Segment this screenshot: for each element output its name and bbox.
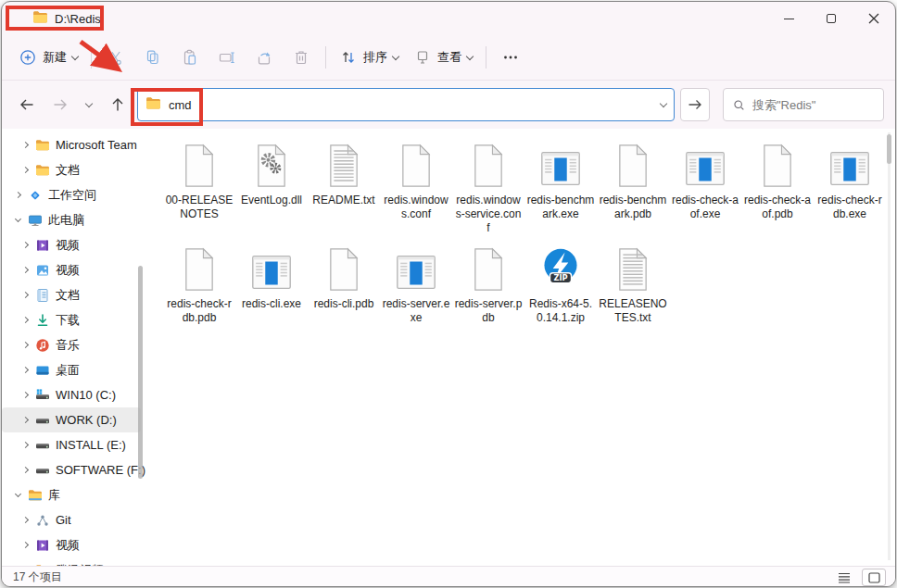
file-item[interactable]: redis.windows-service.conf: [452, 136, 524, 240]
copy-button[interactable]: [134, 41, 171, 74]
file-item[interactable]: redis-server.pdb: [452, 240, 524, 344]
more-options-button[interactable]: [492, 41, 529, 74]
details-view-icon: [838, 572, 851, 583]
sidebar-item-tencent-video[interactable]: 腾讯视频: [2, 557, 141, 566]
sidebar-item-drive-f[interactable]: SOFTWARE (F:): [2, 457, 141, 482]
dll-file-icon: [250, 138, 293, 190]
file-item[interactable]: redis-server.exe: [380, 240, 452, 344]
chevron-down-icon: [466, 52, 474, 59]
sort-button[interactable]: 排序: [332, 43, 406, 72]
sidebar-item-drive-e[interactable]: INSTALL (E:): [2, 432, 141, 457]
chevron-right-icon[interactable]: [19, 293, 32, 297]
large-icons-view-icon: [868, 572, 880, 583]
share-button[interactable]: [246, 41, 283, 74]
sidebar-item-desktop[interactable]: 桌面: [2, 357, 141, 382]
chevron-down-icon[interactable]: [11, 494, 24, 496]
chevron-right-icon[interactable]: [11, 193, 24, 197]
chevron-right-icon[interactable]: [19, 393, 32, 397]
address-input-value[interactable]: cmd: [169, 98, 653, 112]
file-item[interactable]: redis-check-aof.exe: [669, 136, 741, 240]
sidebar-item-downloads[interactable]: 下载: [2, 307, 141, 332]
file-item[interactable]: redis-check-rdb.pdb: [163, 240, 235, 344]
sidebar-item-documents-folder[interactable]: 文档: [2, 157, 141, 182]
sidebar-item-workspace[interactable]: 工作空间: [2, 182, 141, 207]
file-grid: 00-RELEASENOTESEventLog.dllREADME.txtred…: [148, 129, 895, 344]
folder-icon: [35, 163, 50, 178]
sidebar-item-label: Git: [56, 513, 71, 527]
chevron-right-icon[interactable]: [19, 268, 32, 272]
go-to-button[interactable]: [680, 88, 710, 121]
recent-locations-button[interactable]: [80, 91, 98, 119]
paste-button[interactable]: [171, 41, 208, 74]
up-button[interactable]: [104, 91, 132, 119]
file-item[interactable]: redis-cli.pdb: [308, 240, 380, 344]
large-icons-view-button[interactable]: [862, 569, 886, 586]
file-pane-scrollbar-track[interactable]: [888, 132, 891, 560]
file-file-icon: [612, 138, 654, 190]
command-toolbar: 新建 排序 查看: [2, 35, 895, 81]
file-pane-scrollbar-thumb[interactable]: [887, 134, 891, 164]
sidebar-item-music[interactable]: 音乐: [2, 332, 141, 357]
file-item[interactable]: redis-check-rdb.exe: [814, 136, 886, 240]
chevron-right-icon[interactable]: [19, 518, 32, 522]
close-button[interactable]: [853, 2, 895, 35]
chevron-right-icon[interactable]: [19, 443, 32, 447]
new-button[interactable]: 新建: [11, 43, 85, 72]
file-item[interactable]: ZIPRedis-x64-5.0.14.1.zip: [524, 240, 597, 344]
chevron-right-icon[interactable]: [19, 143, 32, 147]
plus-circle-icon: [19, 48, 37, 67]
sidebar-item-documents[interactable]: 文档: [2, 282, 141, 307]
sidebar-item-libraries[interactable]: 库: [2, 482, 141, 507]
sidebar-item-label: 工作空间: [48, 187, 96, 204]
address-bar[interactable]: cmd: [137, 88, 675, 121]
forward-button[interactable]: [46, 91, 74, 119]
details-view-button[interactable]: [832, 569, 856, 586]
cut-button[interactable]: [97, 41, 134, 74]
view-button-label: 查看: [437, 49, 461, 66]
search-input[interactable]: [752, 98, 874, 112]
sidebar-item-this-pc[interactable]: 此电脑: [2, 207, 141, 232]
file-name: RELEASENOTES.txt: [599, 297, 667, 325]
sidebar-item-git[interactable]: Git: [2, 507, 141, 532]
sidebar-item-microsoft-team[interactable]: Microsoft Team: [2, 132, 141, 157]
sidebar-item-drive-d[interactable]: WORK (D:): [2, 407, 141, 432]
file-item[interactable]: README.txt: [308, 136, 380, 240]
chevron-right-icon[interactable]: [19, 468, 32, 472]
delete-button[interactable]: [283, 41, 320, 74]
sidebar-item-videos[interactable]: 视频: [2, 232, 141, 257]
drive-icon: [35, 413, 50, 428]
rename-button[interactable]: [208, 41, 246, 74]
chevron-right-icon[interactable]: [19, 168, 32, 172]
chevron-right-icon[interactable]: [19, 543, 32, 547]
file-item[interactable]: RELEASENOTES.txt: [597, 240, 669, 344]
file-item[interactable]: 00-RELEASENOTES: [163, 136, 235, 240]
address-dropdown-chevron-icon[interactable]: [660, 99, 667, 106]
file-item[interactable]: redis.windows.conf: [380, 136, 452, 240]
sidebar-item-videos-lib[interactable]: 视频: [2, 532, 141, 557]
chevron-right-icon[interactable]: [19, 368, 32, 372]
file-item[interactable]: redis-cli.exe: [235, 240, 308, 344]
maximize-button[interactable]: [810, 2, 853, 35]
chevron-right-icon[interactable]: [19, 243, 32, 247]
search-icon: [733, 98, 745, 112]
back-button[interactable]: [13, 91, 41, 119]
file-item[interactable]: redis-benchmark.exe: [524, 136, 597, 240]
chevron-right-icon[interactable]: [19, 343, 32, 347]
chevron-right-icon[interactable]: [19, 418, 32, 422]
chevron-right-icon[interactable]: [19, 318, 32, 322]
file-file-icon: [467, 138, 510, 190]
search-box[interactable]: [723, 88, 884, 121]
sidebar-item-drive-c[interactable]: WIN10 (C:): [2, 382, 141, 407]
minimize-button[interactable]: [767, 2, 810, 35]
sidebar-item-label: 库: [48, 487, 60, 504]
sidebar-scrollbar[interactable]: [138, 266, 143, 479]
view-button[interactable]: 查看: [406, 43, 480, 72]
sidebar-item-pictures[interactable]: 视频: [2, 257, 141, 282]
file-item[interactable]: EventLog.dll: [235, 136, 308, 240]
file-item[interactable]: redis-check-aof.pdb: [741, 136, 814, 240]
chevron-down-icon[interactable]: [11, 219, 24, 221]
sidebar-item-label: 文档: [56, 162, 80, 179]
file-name: 00-RELEASENOTES: [165, 194, 234, 221]
view-icon: [413, 48, 432, 67]
file-item[interactable]: redis-benchmark.pdb: [597, 136, 669, 240]
